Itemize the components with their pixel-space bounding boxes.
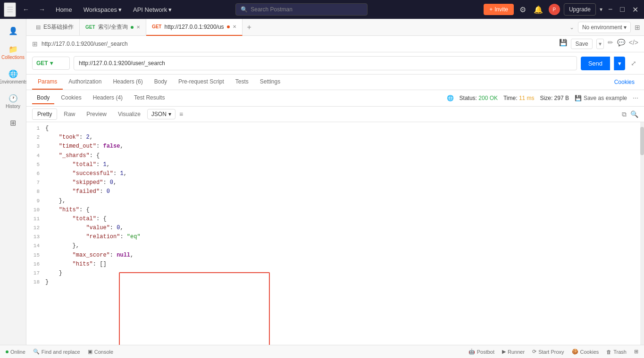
- response-time: 11 ms: [519, 95, 535, 101]
- search-icon[interactable]: 🔍: [630, 110, 638, 118]
- save-example-icon: 💾: [575, 95, 582, 101]
- url-input-bar: GET ▾ Send ▾ ⤢: [26, 52, 644, 75]
- tab-es-basic[interactable]: ▤ ES基础操作: [30, 19, 80, 36]
- comment-icon[interactable]: 💬: [617, 39, 625, 49]
- method-selector[interactable]: GET ▾: [32, 57, 70, 70]
- sidebar-item-environments[interactable]: 🌐 Environments: [1, 66, 25, 88]
- postbot-button[interactable]: 🤖 Postbot: [468, 349, 494, 355]
- tab-user-search[interactable]: GET http://127.0.0.1:9200/us ✕: [146, 19, 243, 36]
- save-dropdown-icon[interactable]: ▾: [596, 39, 604, 49]
- send-dropdown-button[interactable]: ▾: [614, 57, 625, 70]
- cookies-button[interactable]: 🍪 Cookies: [572, 349, 599, 355]
- environment-selector[interactable]: No environment ▾: [578, 22, 631, 33]
- sidebar-item-collections[interactable]: 📁 Collections: [1, 41, 25, 64]
- trash-icon: 🗑: [606, 349, 611, 355]
- save-button[interactable]: Save: [571, 39, 592, 49]
- format-bar: Pretty Raw Preview Visualize JSON ▾ ≡ ⧉ …: [26, 107, 644, 122]
- code-line-13: 13 "relation": "eq": [26, 233, 644, 241]
- req-tab-tests[interactable]: Tests: [230, 75, 254, 90]
- response-status: 🌐 Status: 200 OK Time: 11 ms Size: 297 B…: [447, 95, 638, 101]
- layout-icon: ⊞: [634, 349, 638, 355]
- online-status[interactable]: Online: [6, 349, 25, 355]
- res-tab-body[interactable]: Body: [32, 92, 54, 104]
- code-line-5: 5 "total": 1,: [26, 160, 644, 169]
- format-visualize-button[interactable]: Visualize: [113, 109, 145, 119]
- tab-es-search[interactable]: GET 索引/全查询 ✕: [80, 19, 146, 36]
- more-options-icon[interactable]: ⋯: [633, 95, 638, 101]
- back-button[interactable]: ←: [20, 4, 32, 15]
- cookies-link[interactable]: Cookies: [611, 75, 638, 89]
- save-icon[interactable]: 💾: [559, 39, 567, 49]
- tab-close-icon[interactable]: ✕: [136, 25, 140, 30]
- sidebar-item-history[interactable]: 🕐 History: [1, 90, 25, 113]
- proxy-icon: ⟳: [532, 349, 536, 355]
- req-tab-params[interactable]: Params: [32, 75, 63, 90]
- code-line-12: 12 "value": 0,: [26, 224, 644, 233]
- format-pretty-button[interactable]: Pretty: [32, 108, 57, 120]
- upgrade-button[interactable]: Upgrade: [564, 3, 596, 16]
- avatar[interactable]: P: [549, 4, 560, 15]
- code-line-16: 16 "hits": []: [26, 260, 644, 269]
- grid-icon: ⊞: [32, 40, 38, 48]
- tab-menu-icon[interactable]: ⌄: [569, 24, 574, 31]
- layout-toggle-button[interactable]: ⊞: [634, 349, 638, 355]
- scrollbar[interactable]: [640, 122, 644, 345]
- format-raw-button[interactable]: Raw: [59, 109, 80, 119]
- response-size: 297 B: [554, 95, 569, 101]
- sidebar-item-new[interactable]: 👤: [1, 23, 25, 39]
- dropdown-arrow-icon[interactable]: ▾: [600, 6, 602, 13]
- res-tab-test-results[interactable]: Test Results: [129, 92, 169, 104]
- chevron-down-icon: ▾: [168, 6, 172, 13]
- scrollbar-thumb[interactable]: [640, 127, 644, 155]
- settings-icon[interactable]: ⚙: [518, 3, 528, 16]
- trash-button[interactable]: 🗑 Trash: [606, 349, 627, 355]
- forward-button[interactable]: →: [36, 4, 48, 15]
- sidebar-item-more[interactable]: ⊞: [1, 115, 25, 131]
- search-bar[interactable]: 🔍 Search Postman: [235, 3, 368, 16]
- code-icon[interactable]: </>: [629, 39, 638, 49]
- req-tab-pre-request[interactable]: Pre-request Script: [173, 75, 230, 90]
- tabs-right: ⌄ No environment ▾ ⊞: [569, 22, 640, 33]
- expand-icon[interactable]: ⤢: [629, 58, 638, 69]
- minimize-icon[interactable]: −: [606, 3, 614, 16]
- code-line-9: 9 },: [26, 197, 644, 206]
- method-badge-get-orange: GET: [152, 24, 162, 29]
- req-tab-headers[interactable]: Headers (6): [107, 75, 148, 90]
- copy-icon[interactable]: ⧉: [622, 110, 627, 118]
- edit-icon[interactable]: ✏: [608, 39, 613, 49]
- menu-icon[interactable]: ☰: [4, 2, 16, 17]
- find-replace-button[interactable]: 🔍 Find and replace: [33, 349, 80, 355]
- start-proxy-button[interactable]: ⟳ Start Proxy: [532, 349, 564, 355]
- url-input[interactable]: [74, 56, 577, 70]
- console-button[interactable]: ▣ Console: [88, 349, 113, 355]
- res-tab-cookies[interactable]: Cookies: [56, 92, 86, 104]
- close-icon[interactable]: ✕: [630, 3, 640, 16]
- req-tab-authorization[interactable]: Authorization: [63, 75, 107, 90]
- layout-icon[interactable]: ⊞: [635, 24, 640, 31]
- invite-button[interactable]: + Invite: [484, 4, 514, 15]
- add-tab-button[interactable]: +: [243, 23, 256, 32]
- notifications-icon[interactable]: 🔔: [532, 3, 545, 16]
- maximize-icon[interactable]: □: [618, 3, 627, 16]
- code-line-10: 10 "hits": {: [26, 206, 644, 215]
- save-example-button[interactable]: 💾 Save as example: [575, 95, 627, 101]
- more-icon: ⊞: [10, 118, 16, 127]
- format-type-selector[interactable]: JSON ▾: [147, 109, 176, 119]
- statusbar-right: 🤖 Postbot ▶ Runner ⟳ Start Proxy 🍪 Cooki…: [468, 349, 638, 355]
- req-tab-settings[interactable]: Settings: [254, 75, 286, 90]
- tab-dot-orange: [227, 25, 230, 28]
- home-link[interactable]: Home: [52, 4, 76, 15]
- format-preview-button[interactable]: Preview: [82, 109, 111, 119]
- res-tab-headers[interactable]: Headers (4): [88, 92, 127, 104]
- req-tab-body[interactable]: Body: [149, 75, 173, 90]
- send-button[interactable]: Send: [581, 57, 610, 70]
- workspaces-menu[interactable]: Workspaces ▾: [80, 4, 125, 15]
- wrap-icon[interactable]: ≡: [177, 110, 185, 118]
- code-area[interactable]: 1 { 2 "took": 2, 3 "timed_out": false, 4…: [26, 122, 644, 345]
- api-network-menu[interactable]: API Network ▾: [129, 4, 176, 15]
- tab-close-icon[interactable]: ✕: [233, 24, 236, 29]
- postbot-icon: 🤖: [468, 349, 475, 355]
- topbar-right: + Invite ⚙ 🔔 P Upgrade ▾ − □ ✕: [484, 3, 640, 16]
- runner-button[interactable]: ▶ Runner: [502, 349, 525, 355]
- history-label: History: [6, 104, 20, 109]
